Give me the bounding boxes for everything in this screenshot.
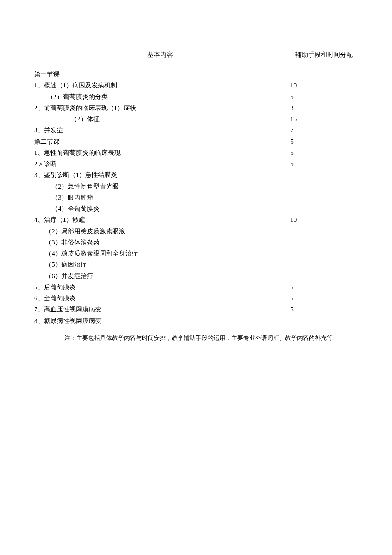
content-line: （4）糖皮质激素眼周和全身治疗: [34, 248, 286, 259]
time-line: [290, 270, 358, 282]
content-line: 7、高血压性视网膜病变: [34, 304, 286, 315]
time-line: 7: [290, 125, 358, 136]
time-line: [290, 181, 358, 192]
time-line: [290, 203, 358, 214]
table-body-row: 第一节课1、概述（1）病因及发病机制 （2）葡萄膜炎的分类2、前葡萄膜炎的临床表…: [32, 67, 360, 328]
time-line: 5: [290, 147, 358, 158]
content-line: （6）并发症治疗: [34, 270, 286, 282]
time-line: 10: [290, 80, 358, 91]
content-line: 4、治疗（1）散瞳: [34, 214, 286, 225]
time-line: 15: [290, 113, 358, 125]
time-line: 3: [290, 102, 358, 113]
time-line: [290, 192, 358, 203]
content-line: 第二节课: [34, 136, 286, 147]
time-cell: 1053157555 10 555: [288, 67, 360, 328]
header-basic-content: 基本内容: [32, 43, 288, 67]
time-line: [290, 226, 358, 237]
content-line: 8、糖尿病性视网膜病变: [34, 315, 286, 326]
time-line: 5: [290, 304, 358, 315]
lesson-plan-table: 基本内容 辅助手段和时间分配 第一节课1、概述（1）病因及发病机制 （2）葡萄膜…: [32, 43, 360, 328]
time-line: [290, 315, 358, 326]
content-line: （2）葡萄膜炎的分类: [34, 91, 286, 102]
footnote-text: 注：主要包括具体教学内容与时间安排，教学辅助手段的运用，主要专业外语词汇、教学内…: [32, 334, 360, 343]
content-line: （3）眼内肿瘤: [34, 192, 286, 203]
time-line: [290, 259, 358, 270]
content-line: 1、概述（1）病因及发病机制: [34, 80, 286, 91]
content-line: 2、前葡萄膜炎的临床表现（1）症状: [34, 102, 286, 113]
content-line: （3）非俗体消炎药: [34, 237, 286, 248]
content-line: （2）局部用糖皮质激素眼液: [34, 226, 286, 237]
content-line: 2＞诊断: [34, 158, 286, 169]
content-line: 5、后葡萄膜炎: [34, 282, 286, 293]
content-line: 3、并发症: [34, 125, 286, 136]
content-line: 3、鉴别诊断（1）急性结膜炎: [34, 169, 286, 180]
time-line: 5: [290, 282, 358, 293]
content-line: 6、全葡萄膜炎: [34, 293, 286, 304]
table-header-row: 基本内容 辅助手段和时间分配: [32, 43, 360, 67]
content-line: （4）全葡萄膜炎: [34, 203, 286, 214]
time-line: 5: [290, 91, 358, 102]
time-line: 10: [290, 214, 358, 225]
content-line: 1、急性前葡萄膜炎的临床表现: [34, 147, 286, 158]
time-line: [290, 169, 358, 180]
content-line: （2）体征: [34, 113, 286, 125]
content-line: （5）病因治疗: [34, 259, 286, 270]
content-line: （2）急性闭角型青光眼: [34, 181, 286, 192]
header-time-allocation: 辅助手段和时间分配: [288, 43, 360, 67]
content-line: 第一节课: [34, 69, 286, 80]
time-line: [290, 69, 358, 80]
content-cell: 第一节课1、概述（1）病因及发病机制 （2）葡萄膜炎的分类2、前葡萄膜炎的临床表…: [32, 67, 288, 328]
time-line: 5: [290, 293, 358, 304]
time-line: 5: [290, 158, 358, 169]
time-line: [290, 248, 358, 259]
time-line: [290, 237, 358, 248]
time-line: 5: [290, 136, 358, 147]
